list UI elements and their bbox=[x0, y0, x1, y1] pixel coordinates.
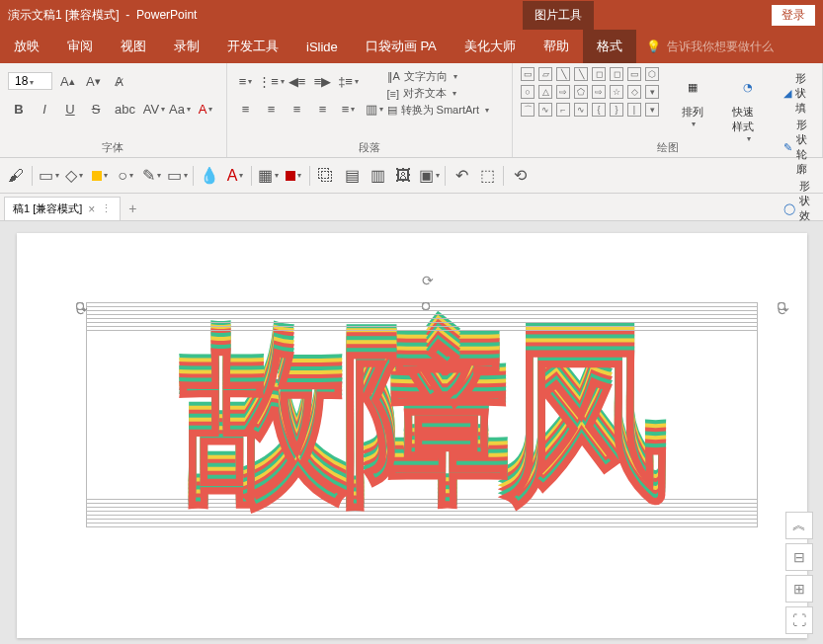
tab-help[interactable]: 帮助 bbox=[530, 30, 583, 63]
document-tab[interactable]: 稿1 [兼容模式] × ⋮ bbox=[4, 197, 121, 220]
line-tool-icon[interactable]: ✎▾ bbox=[139, 164, 163, 188]
line-spacing-button[interactable]: ‡≡▾ bbox=[338, 70, 360, 92]
indent-increase-button[interactable]: ≡▶ bbox=[312, 70, 334, 92]
fit-icon[interactable]: ⛶ bbox=[785, 606, 813, 634]
fill-tool-icon[interactable]: ▾ bbox=[88, 164, 112, 188]
outline-tool-icon[interactable]: ○▾ bbox=[114, 164, 137, 188]
duplicate-icon[interactable]: ⿻ bbox=[314, 164, 338, 188]
shape-tool-icon[interactable]: ▭▾ bbox=[37, 164, 60, 188]
lightbulb-icon: 💡 bbox=[646, 40, 661, 53]
floating-tools: ︽ ⊟ ⊞ ⛶ bbox=[785, 512, 813, 634]
align-right-button[interactable]: ≡ bbox=[287, 98, 308, 120]
font-color-button[interactable]: A▾ bbox=[195, 98, 216, 120]
smartart-button[interactable]: ▤转换为 SmartArt ▾ bbox=[387, 103, 489, 118]
resize-handle[interactable] bbox=[778, 302, 785, 310]
align-text-icon: [≡] bbox=[387, 88, 400, 100]
title-bar: 演示文稿1 [兼容模式] - PowerPoint 图片工具 登录 bbox=[0, 0, 823, 30]
underline-button[interactable]: U bbox=[59, 98, 81, 120]
smartart-icon: ▤ bbox=[387, 104, 397, 117]
resize-handle[interactable] bbox=[422, 302, 430, 310]
strike-button[interactable]: S bbox=[85, 98, 107, 120]
tab-pa[interactable]: 口袋动画 PA bbox=[352, 30, 451, 63]
resize-handle[interactable] bbox=[76, 302, 84, 310]
bullets-button[interactable]: ≡▾ bbox=[235, 70, 257, 92]
distribute-tool-icon[interactable]: ▥ bbox=[366, 164, 389, 188]
tell-me-search[interactable]: 💡 告诉我你想要做什么 bbox=[646, 39, 774, 55]
rect-tool-icon[interactable]: ▭▾ bbox=[165, 164, 189, 188]
shape-fill-button[interactable]: ◢形状填 bbox=[783, 71, 810, 116]
shape-effects-icon: ◯ bbox=[783, 202, 795, 215]
slide[interactable]: 故障风 故障风 故障风 故障风 故障风 故障风 故障风 故障风 ⟳ bbox=[17, 233, 807, 638]
stacked-text-boxes[interactable]: 故障风 故障风 故障风 故障风 故障风 故障风 故障风 故障风 ⟳ bbox=[86, 302, 758, 539]
justify-button[interactable]: ≡ bbox=[312, 98, 334, 120]
document-title: 演示文稿1 [兼容模式] - PowerPoint bbox=[8, 7, 197, 24]
indent-decrease-button[interactable]: ◀≡ bbox=[287, 70, 308, 92]
image-tool-icon[interactable]: 🖼 bbox=[391, 164, 415, 188]
arrange-button[interactable]: ▦ 排列▾ bbox=[669, 67, 716, 132]
color-palette-icon[interactable]: ▦▾ bbox=[256, 164, 280, 188]
layer-tool-icon[interactable]: ▣▾ bbox=[417, 164, 441, 188]
italic-button[interactable]: I bbox=[34, 98, 55, 120]
tab-slideshow[interactable]: 放映 bbox=[0, 30, 53, 63]
collapse-icon[interactable]: ︽ bbox=[785, 512, 813, 539]
tab-developer[interactable]: 开发工具 bbox=[213, 30, 292, 63]
tab-beautify[interactable]: 美化大师 bbox=[451, 30, 530, 63]
contextual-tab-label: 图片工具 bbox=[523, 1, 594, 30]
snap-icon[interactable]: ⊞ bbox=[785, 575, 813, 603]
tab-view[interactable]: 视图 bbox=[107, 30, 160, 63]
font-color-tool-icon[interactable]: A▾ bbox=[223, 164, 247, 188]
shapes-gallery[interactable]: ▭▱╲╲◻◻▭⬡ ○△⇨⬠⇨☆◇▾ ⌒∿⌐∿{}|▾ bbox=[521, 67, 661, 119]
slide-canvas-area: 故障风 故障风 故障风 故障风 故障风 故障风 故障风 故障风 ⟳ bbox=[0, 221, 823, 644]
ribbon: 18▾ A▴ A▾ A̷ B I U S abc AV▾ Aa▾ A▾ 字体 ≡… bbox=[0, 63, 823, 158]
rotate-handle-icon[interactable]: ⟳ bbox=[422, 273, 436, 286]
tab-format[interactable]: 格式 bbox=[583, 30, 636, 63]
group-label-drawing: 绘图 bbox=[513, 140, 822, 155]
numbering-button[interactable]: ⋮≡▾ bbox=[261, 70, 283, 92]
clear-format-icon[interactable]: A̷ bbox=[108, 70, 129, 92]
text-direction-button[interactable]: ‖A文字方向 ▾ bbox=[387, 69, 489, 84]
font-size-input[interactable]: 18▾ bbox=[8, 72, 52, 90]
tab-islide[interactable]: iSlide bbox=[292, 32, 352, 62]
group-label-paragraph: 段落 bbox=[227, 140, 512, 155]
align-center-button[interactable]: ≡ bbox=[261, 98, 283, 120]
quick-styles-button[interactable]: ◔ 快速样式▾ bbox=[724, 67, 772, 147]
ribbon-tabs: 放映 审阅 视图 录制 开发工具 iSlide 口袋动画 PA 美化大师 帮助 … bbox=[0, 30, 823, 63]
increase-font-icon[interactable]: A▴ bbox=[56, 70, 78, 92]
shape-fill-icon: ◢ bbox=[783, 87, 791, 100]
tab-record[interactable]: 录制 bbox=[160, 30, 213, 63]
change-case-button[interactable]: Aa▾ bbox=[169, 98, 191, 120]
undo-alt-icon[interactable]: ↶ bbox=[450, 164, 473, 188]
add-tab-button[interactable]: + bbox=[121, 197, 144, 220]
align-guides-icon[interactable]: ⊟ bbox=[785, 543, 813, 571]
align-tool-icon[interactable]: ▤ bbox=[340, 164, 364, 188]
arrange-icon: ▦ bbox=[677, 71, 708, 103]
align-text-button[interactable]: [≡]对齐文本 ▾ bbox=[387, 86, 489, 101]
eyedropper-icon[interactable]: 💧 bbox=[198, 164, 221, 188]
align-left-button[interactable]: ≡ bbox=[235, 98, 257, 120]
bold-button[interactable]: B bbox=[8, 98, 30, 120]
login-button[interactable]: 登录 bbox=[772, 5, 815, 26]
text-direction-icon: ‖A bbox=[387, 70, 400, 83]
close-tab-icon[interactable]: × bbox=[88, 202, 95, 216]
columns-button[interactable]: ▥▾ bbox=[364, 98, 385, 120]
decrease-font-icon[interactable]: A▾ bbox=[82, 70, 104, 92]
tab-review[interactable]: 审阅 bbox=[53, 30, 107, 63]
distribute-button[interactable]: ≡▾ bbox=[338, 98, 360, 120]
text-shadow-button[interactable]: abc bbox=[111, 98, 139, 120]
tab-menu-icon[interactable]: ⋮ bbox=[101, 202, 112, 215]
crop-icon[interactable]: ⬚ bbox=[475, 164, 499, 188]
shape-gallery-icon[interactable]: ◇▾ bbox=[62, 164, 86, 188]
char-spacing-button[interactable]: AV▾ bbox=[143, 98, 165, 120]
quick-styles-icon: ◔ bbox=[732, 71, 764, 103]
brush-icon[interactable]: 🖌 bbox=[4, 164, 28, 188]
group-label-font: 字体 bbox=[0, 140, 226, 155]
swatch-red-icon[interactable]: ▾ bbox=[282, 164, 305, 188]
